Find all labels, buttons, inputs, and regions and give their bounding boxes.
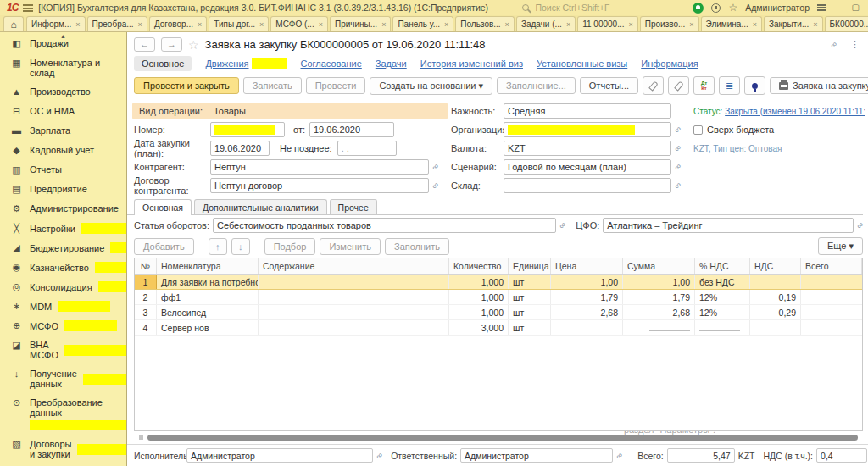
document-tab[interactable]: 11 00000...× bbox=[577, 16, 638, 31]
cell-unit[interactable]: шт bbox=[509, 290, 551, 304]
cell-vat[interactable] bbox=[750, 275, 801, 289]
move-up-button[interactable]: ↑ bbox=[209, 238, 227, 255]
close-tab-icon[interactable]: × bbox=[753, 20, 757, 29]
move-down-button[interactable]: ↓ bbox=[231, 238, 250, 255]
nav-tab-основное[interactable]: Основное bbox=[134, 56, 192, 71]
document-tab[interactable]: Элимина...× bbox=[701, 16, 762, 31]
get-link-icon[interactable]: ∞ bbox=[828, 39, 838, 49]
close-tab-icon[interactable]: × bbox=[198, 20, 202, 29]
sidebar-item[interactable]: ⊙Преобразование данных bbox=[0, 393, 126, 435]
sidebar-item[interactable]: ▦Номенклатура и склад bbox=[0, 53, 126, 82]
open-link-icon[interactable]: ∞ bbox=[431, 180, 441, 191]
sidebar-item[interactable]: ▥Отчеты bbox=[0, 160, 126, 180]
cell-sum[interactable]: 2,68 bbox=[623, 305, 695, 319]
cell-qty[interactable]: 1,000 bbox=[449, 275, 509, 289]
cell-nomenclature[interactable]: Для заявки на потребность bbox=[157, 275, 259, 289]
cell-sum[interactable] bbox=[623, 320, 695, 335]
nav-tab-link[interactable]: Установленные визы bbox=[537, 58, 627, 69]
operation-kind-value[interactable]: Товары bbox=[214, 106, 246, 116]
importance-field[interactable]: Средняя bbox=[504, 103, 671, 119]
open-link-icon[interactable]: ∞ bbox=[615, 450, 625, 460]
cell-total[interactable] bbox=[801, 320, 862, 335]
close-tab-icon[interactable]: × bbox=[319, 20, 323, 29]
sidebar-item[interactable]: ◆Кадровый учет bbox=[0, 141, 126, 160]
post-button[interactable]: Провести bbox=[306, 77, 366, 94]
open-link-icon[interactable]: ∞ bbox=[431, 162, 441, 172]
cell-vat[interactable] bbox=[750, 320, 801, 335]
sidebar-item[interactable]: ↓Получение данных bbox=[0, 364, 126, 393]
open-link-icon[interactable]: ∞ bbox=[375, 450, 385, 460]
current-user[interactable]: Администратор bbox=[745, 3, 810, 13]
sidebar-item[interactable]: ▧Договоры и закупки bbox=[0, 435, 126, 463]
table-row[interactable]: 3Велосипед1,000шт2,682,6812%0,29 bbox=[135, 305, 862, 320]
table-row[interactable]: 2фф11,000шт1,791,7912%0,19 bbox=[135, 290, 862, 305]
close-tab-icon[interactable]: × bbox=[813, 20, 817, 29]
history-icon[interactable] bbox=[711, 3, 721, 13]
document-tab[interactable]: Панель у...× bbox=[392, 16, 453, 31]
table-more-button[interactable]: Еще ▾ bbox=[818, 237, 863, 255]
favorite-star-icon[interactable]: ☆ bbox=[188, 38, 199, 52]
table-row[interactable]: 4Сервер нов3,000шт bbox=[135, 320, 862, 336]
scenario-field[interactable]: Годовой по месяцам (план) bbox=[504, 159, 671, 175]
nav-tab-link[interactable]: История изменений виз bbox=[420, 58, 523, 69]
open-link-icon[interactable]: ∞ bbox=[557, 220, 567, 230]
cell-qty[interactable]: 1,000 bbox=[449, 305, 509, 319]
cell-nomenclature[interactable]: Сервер нов bbox=[157, 320, 259, 335]
cell-content[interactable] bbox=[259, 275, 449, 289]
global-search[interactable] bbox=[522, 2, 687, 14]
cell-nomenclature[interactable]: фф1 bbox=[157, 290, 259, 304]
document-tab[interactable]: Типы дог...× bbox=[209, 16, 269, 31]
sidebar-scroll-up-icon[interactable]: ▲ bbox=[0, 33, 126, 40]
responsible-field[interactable]: Администратор bbox=[460, 448, 613, 463]
sidebar-item[interactable]: ◎Консолидация bbox=[0, 277, 126, 297]
home-tab[interactable]: ⌂ bbox=[3, 16, 24, 31]
sidebar-item[interactable]: ◪ВНА МСФО bbox=[0, 336, 126, 364]
minimize-button[interactable]: – bbox=[834, 3, 843, 12]
open-link-icon[interactable]: ∞ bbox=[673, 180, 683, 191]
cell-n[interactable]: 4 bbox=[135, 320, 157, 335]
document-tab[interactable]: Причины...× bbox=[330, 16, 391, 31]
cell-vat_pct[interactable]: 12% bbox=[695, 290, 750, 304]
sidebar-item[interactable]: ⊟ОС и НМА bbox=[0, 102, 126, 121]
turnover-item-field[interactable]: Себестоимость проданных товаров bbox=[213, 218, 556, 233]
cell-vat[interactable]: 0,29 bbox=[750, 305, 801, 319]
cell-vat_pct[interactable] bbox=[695, 320, 750, 335]
attach-file-button[interactable] bbox=[643, 76, 664, 95]
close-tab-icon[interactable]: × bbox=[628, 20, 632, 29]
cell-n[interactable]: 2 bbox=[135, 290, 157, 304]
document-tab[interactable]: Информ...× bbox=[26, 16, 86, 31]
pick-button[interactable]: Подбор bbox=[264, 238, 316, 255]
number-field[interactable] bbox=[210, 122, 285, 137]
attach-file-2-button[interactable] bbox=[668, 76, 689, 95]
organization-field[interactable] bbox=[504, 122, 671, 137]
sidebar-item[interactable]: ▤Предприятие bbox=[0, 180, 126, 199]
add-row-button[interactable]: Добавить bbox=[134, 238, 194, 255]
cell-price[interactable]: 1,00 bbox=[551, 275, 623, 289]
scrollbar-thumb[interactable] bbox=[147, 435, 858, 441]
cell-total[interactable] bbox=[801, 305, 862, 319]
cell-n[interactable]: 1 bbox=[135, 275, 157, 289]
executor-field[interactable]: Администратор bbox=[186, 448, 373, 463]
sidebar-item[interactable]: ▬Зарплата bbox=[0, 121, 126, 141]
close-tab-icon[interactable]: × bbox=[689, 20, 693, 29]
cell-vat_pct[interactable]: 12% bbox=[695, 305, 750, 319]
document-tab[interactable]: Закрыти...× bbox=[764, 16, 823, 31]
close-tab-icon[interactable]: × bbox=[259, 20, 264, 29]
print-request-button[interactable]: Заявка на закупку bbox=[770, 77, 868, 94]
nav-tab-link[interactable]: Согласование bbox=[301, 58, 362, 69]
document-tab[interactable]: Пользов...× bbox=[455, 16, 515, 31]
status-link[interactable]: Закрыта (изменен 19.06.2020 11:11:50) bbox=[725, 107, 865, 116]
open-link-icon[interactable]: ∞ bbox=[854, 220, 865, 230]
notifications-icon[interactable] bbox=[693, 3, 704, 14]
sidebar-item[interactable]: ◢Бюджетирование bbox=[0, 238, 126, 258]
detail-tab[interactable]: Дополнительные аналитики bbox=[194, 199, 327, 214]
nav-tab-link[interactable]: Движения bbox=[205, 58, 287, 69]
detail-tab[interactable]: Прочее bbox=[330, 199, 377, 214]
cell-unit[interactable]: шт bbox=[509, 305, 551, 319]
warehouse-field[interactable] bbox=[504, 178, 671, 193]
cell-content[interactable] bbox=[259, 320, 449, 335]
back-button[interactable]: ← bbox=[134, 37, 155, 52]
dt-kt-button[interactable]: ДтКт bbox=[693, 76, 715, 95]
forward-button[interactable]: → bbox=[161, 37, 182, 52]
open-link-icon[interactable]: ∞ bbox=[673, 162, 683, 172]
